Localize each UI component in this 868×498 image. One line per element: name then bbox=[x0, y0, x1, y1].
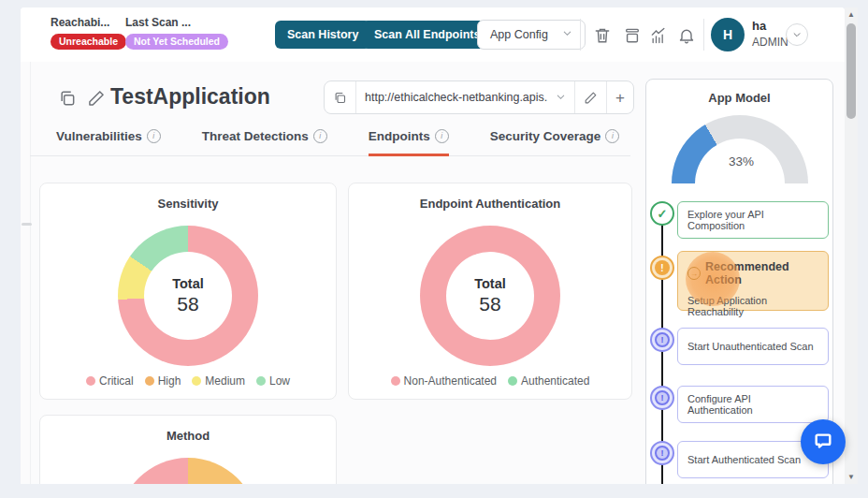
app-model-panel: App Model 33% ✓ ! ! ! ! Exp bbox=[645, 79, 833, 484]
step-pending-icon: ! bbox=[650, 441, 674, 465]
sensitivity-card: Sensitivity Total 58 CriticalHighMediumL… bbox=[39, 183, 337, 400]
step-configure-api-authentication[interactable]: Configure API Authentication bbox=[677, 386, 829, 423]
action-title: Recommended Action bbox=[705, 260, 818, 286]
step-pending-icon: ! bbox=[650, 328, 674, 352]
legend-label: Non-Authenticated bbox=[404, 374, 497, 388]
chart-legend: Non-AuthenticatedAuthenticated bbox=[349, 374, 631, 388]
user-info: ha ADMIN bbox=[752, 18, 788, 50]
url-text: http://ethicalcheck-netbanking.apis... bbox=[365, 91, 548, 104]
action-subtitle: Setup Application Reachability bbox=[687, 295, 818, 317]
chart-title: Method bbox=[40, 429, 336, 443]
legend-dot bbox=[508, 376, 517, 386]
step-label: Configure API Authentication bbox=[687, 393, 818, 416]
exclamation-icon: ! bbox=[655, 260, 670, 275]
analytics-chart-icon[interactable] bbox=[649, 26, 668, 45]
step-recommended-action[interactable]: → Recommended Action Setup Application R… bbox=[677, 251, 829, 311]
legend-item: Critical bbox=[86, 374, 134, 388]
add-url-button[interactable]: + bbox=[607, 81, 633, 113]
top-bar: Reachabi... Unreachable Last Scan ... No… bbox=[21, 7, 845, 63]
legend-dot bbox=[391, 376, 400, 386]
legend-label: High bbox=[158, 374, 181, 388]
app-window: Reachabi... Unreachable Last Scan ... No… bbox=[21, 7, 845, 484]
header-divider bbox=[580, 19, 581, 51]
tab-security-coverage[interactable]: Security Coverage i bbox=[490, 129, 620, 156]
panel-title: App Model bbox=[646, 91, 832, 105]
donut-center: Total 58 bbox=[144, 252, 232, 340]
copy-url-icon[interactable] bbox=[325, 81, 356, 113]
tab-threat-detections[interactable]: Threat Detections i bbox=[202, 129, 327, 156]
header-divider bbox=[703, 19, 704, 51]
endpoint-auth-card: Endpoint Authentication Total 58 Non-Aut… bbox=[348, 183, 632, 400]
info-icon[interactable]: i bbox=[313, 129, 327, 143]
bell-icon[interactable] bbox=[677, 26, 696, 45]
legend-dot bbox=[192, 376, 201, 386]
info-icon[interactable]: i bbox=[147, 129, 161, 143]
user-role: ADMIN bbox=[752, 35, 788, 50]
tab-endpoints[interactable]: Endpoints i bbox=[369, 129, 449, 156]
legend-label: Authenticated bbox=[521, 374, 589, 388]
app-config-label: App Config bbox=[490, 28, 548, 41]
donut-total-value: 58 bbox=[177, 293, 198, 315]
tab-vulnerabilities[interactable]: Vulnerabilities i bbox=[56, 129, 161, 156]
scroll-down-arrow[interactable]: ▼ bbox=[845, 473, 858, 481]
app-config-dropdown[interactable]: App Config bbox=[477, 20, 586, 50]
chart-title: Endpoint Authentication bbox=[349, 197, 631, 211]
legend-dot bbox=[256, 376, 266, 386]
plus-icon: + bbox=[615, 90, 625, 106]
app-model-gauge bbox=[672, 115, 808, 183]
check-icon: ✓ bbox=[658, 207, 668, 221]
main-content: TestApplication http://ethicalcheck-netb… bbox=[21, 62, 845, 484]
donut-center-label: Total bbox=[172, 276, 204, 291]
scroll-up-arrow[interactable]: ▲ bbox=[845, 10, 858, 19]
content-left-edge bbox=[30, 62, 31, 484]
edit-url-icon[interactable] bbox=[575, 81, 607, 113]
exclamation-icon: ! bbox=[655, 446, 670, 461]
tab-label: Security Coverage bbox=[490, 129, 601, 143]
last-scan-status: Last Scan ... Not Yet Scheduled bbox=[125, 16, 228, 50]
edit-app-name-icon[interactable] bbox=[87, 89, 106, 108]
legend-label: Critical bbox=[99, 374, 134, 388]
info-icon[interactable]: i bbox=[435, 129, 449, 143]
reachability-label: Reachabi... bbox=[51, 16, 126, 29]
avatar[interactable]: H bbox=[711, 18, 745, 51]
step-pending-icon: ! bbox=[650, 386, 674, 410]
action-title-row: → Recommended Action bbox=[687, 260, 818, 286]
archive-box-icon[interactable] bbox=[623, 26, 642, 45]
step-start-unauthenticated-scan[interactable]: Start Unauthenticated Scan bbox=[677, 328, 829, 365]
step-label: Explore your API Composition bbox=[687, 209, 818, 231]
legend-item: High bbox=[145, 374, 181, 388]
donut-center: Total 58 bbox=[446, 252, 534, 340]
legend-item: Medium bbox=[192, 374, 245, 388]
reachability-status: Reachabi... Unreachable bbox=[51, 16, 126, 50]
chat-widget-button[interactable] bbox=[801, 419, 846, 464]
legend-item: Authenticated bbox=[508, 374, 589, 388]
method-donut-chart bbox=[118, 458, 258, 484]
legend-label: Medium bbox=[205, 374, 245, 388]
scan-history-button[interactable]: Scan History bbox=[275, 21, 370, 49]
legend-item: Non-Authenticated bbox=[391, 374, 497, 388]
url-dropdown[interactable]: http://ethicalcheck-netbanking.apis... bbox=[356, 81, 575, 113]
user-menu-chevron[interactable] bbox=[786, 23, 808, 46]
scrollbar-thumb[interactable] bbox=[846, 23, 856, 119]
step-explore-api-composition[interactable]: Explore your API Composition bbox=[677, 201, 829, 239]
user-name: ha bbox=[752, 18, 788, 35]
copy-app-name-icon[interactable] bbox=[58, 89, 77, 108]
last-scan-badge: Not Yet Scheduled bbox=[125, 34, 228, 50]
scan-all-endpoints-button[interactable]: Scan All Endpoints bbox=[362, 21, 492, 49]
vertical-scrollbar[interactable]: ▲ ▼ bbox=[845, 7, 858, 484]
trash-icon[interactable] bbox=[593, 26, 612, 45]
step-label: Start Authenticated Scan bbox=[687, 454, 801, 465]
page-title: TestApplication bbox=[110, 84, 270, 110]
gauge-percentage: 33% bbox=[729, 154, 754, 168]
app-url-group: http://ethicalcheck-netbanking.apis... + bbox=[324, 81, 634, 114]
step-warning-icon: ! bbox=[650, 256, 674, 280]
legend-label: Low bbox=[269, 374, 290, 388]
collapsed-nav-tick bbox=[22, 223, 32, 226]
step-done-icon: ✓ bbox=[650, 201, 674, 226]
legend-dot bbox=[86, 376, 95, 386]
chart-legend: CriticalHighMediumLow bbox=[40, 374, 336, 388]
exclamation-icon: ! bbox=[655, 332, 670, 347]
exclamation-icon: ! bbox=[655, 390, 670, 405]
info-icon[interactable]: i bbox=[605, 129, 619, 143]
reachability-badge: Unreachable bbox=[51, 34, 126, 50]
